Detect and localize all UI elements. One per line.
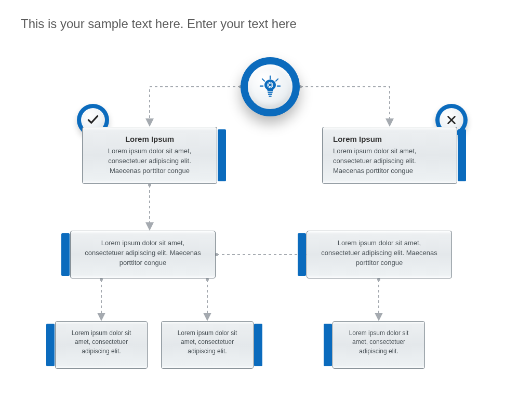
- svg-point-12: [269, 84, 272, 87]
- leaf-box-1: Lorem ipsum dolor sit amet, consectetuer…: [55, 321, 148, 369]
- leaf-3-body: Lorem ipsum dolor sit amet, consectetuer…: [344, 329, 413, 356]
- row2-left-body: Lorem ipsum dolor sit amet, consectetuer…: [82, 238, 204, 268]
- row2-right-box: Lorem ipsum dolor sit amet, consectetuer…: [307, 231, 452, 278]
- svg-rect-23: [269, 96, 272, 97]
- svg-rect-22: [268, 94, 272, 95]
- leaf-1-body: Lorem ipsum dolor sit amet, consectetuer…: [67, 329, 136, 356]
- leaf-box-3: Lorem ipsum dolor sit amet, consectetuer…: [332, 321, 425, 369]
- yes-box: Lorem Ipsum Lorem ipsum dolor sit amet, …: [82, 127, 217, 184]
- center-badge: [241, 57, 300, 116]
- svg-line-19: [268, 86, 269, 87]
- no-box: Lorem Ipsum Lorem ipsum dolor sit amet, …: [322, 127, 457, 184]
- svg-line-18: [272, 83, 272, 83]
- flowchart-canvas: This is your sample text here. Enter you…: [0, 0, 532, 399]
- page-title: This is your sample text here. Enter you…: [21, 17, 297, 31]
- row2-right-body: Lorem ipsum dolor sit amet, consectetuer…: [318, 238, 440, 268]
- svg-line-20: [272, 86, 272, 87]
- svg-line-17: [268, 83, 269, 83]
- no-box-title: Lorem Ipsum: [333, 135, 445, 143]
- row2-left-box: Lorem ipsum dolor sit amet, consectetuer…: [70, 231, 216, 278]
- leaf-box-2: Lorem ipsum dolor sit amet, consectetuer…: [161, 321, 254, 369]
- no-box-body: Lorem ipsum dolor sit amet, consectetuer…: [333, 147, 445, 176]
- svg-rect-21: [268, 92, 273, 93]
- svg-line-9: [276, 79, 278, 81]
- yes-box-title: Lorem Ipsum: [94, 135, 205, 143]
- yes-box-body: Lorem ipsum dolor sit amet, consectetuer…: [94, 147, 205, 176]
- leaf-2-body: Lorem ipsum dolor sit amet, consectetuer…: [173, 329, 242, 356]
- svg-line-8: [262, 79, 264, 81]
- lightbulb-gear-icon: [248, 64, 292, 109]
